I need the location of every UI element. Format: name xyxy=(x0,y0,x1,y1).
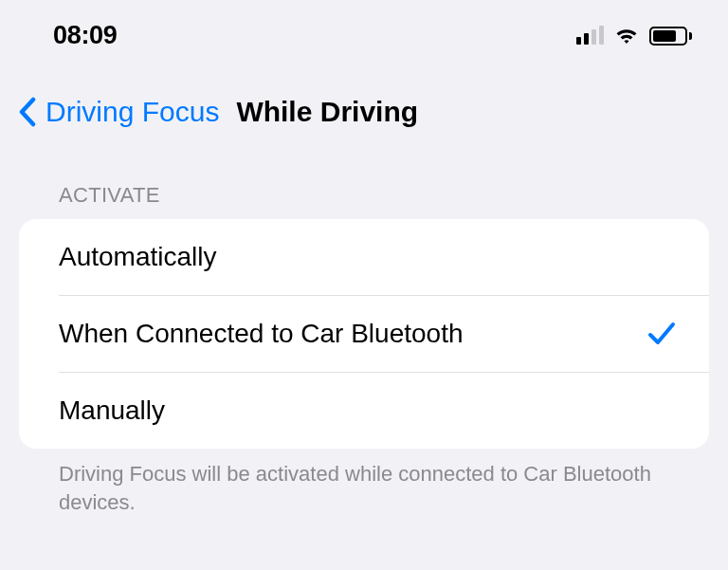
section-footer-note: Driving Focus will be activated while co… xyxy=(0,449,728,516)
checkmark-icon xyxy=(646,321,677,347)
battery-icon xyxy=(649,27,692,46)
status-bar: 08:09 xyxy=(0,0,728,60)
status-icons xyxy=(576,26,692,46)
option-label: Automatically xyxy=(59,242,217,272)
option-manually[interactable]: Manually xyxy=(19,373,709,449)
wifi-icon xyxy=(613,26,640,46)
option-automatically[interactable]: Automatically xyxy=(19,219,709,295)
page-title: While Driving xyxy=(236,96,418,128)
option-label: When Connected to Car Bluetooth xyxy=(59,319,463,349)
activate-option-list: Automatically When Connected to Car Blue… xyxy=(19,219,709,449)
back-chevron-icon[interactable] xyxy=(17,97,38,127)
back-button-label[interactable]: Driving Focus xyxy=(46,96,219,128)
status-time: 08:09 xyxy=(53,21,118,50)
option-car-bluetooth[interactable]: When Connected to Car Bluetooth xyxy=(19,296,709,372)
option-label: Manually xyxy=(59,395,165,426)
section-header-activate: ACTIVATE xyxy=(0,147,728,217)
navigation-bar: Driving Focus While Driving xyxy=(0,60,728,147)
cellular-signal-icon xyxy=(576,28,604,45)
